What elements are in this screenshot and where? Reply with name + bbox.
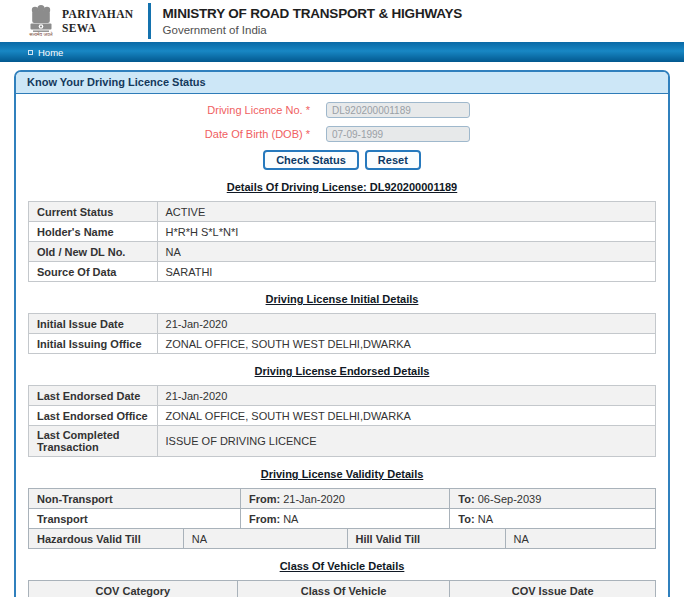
dob-input[interactable] <box>326 126 470 142</box>
validity-extra-table: Hazardous Valid Till NA Hill Valid Till … <box>28 528 656 549</box>
cov-heading: Class Of Vehicle Details <box>16 560 668 572</box>
national-emblem-icon: सत्यमेव जयते <box>28 4 54 38</box>
initial-details-table: Initial Issue Date 21-Jan-2020 Initial I… <box>28 313 656 354</box>
table-row: Last Endorsed Office ZONAL OFFICE, SOUTH… <box>29 406 656 426</box>
table-header-row: COV Category Class Of Vehicle COV Issue … <box>29 581 656 597</box>
table-row: Initial Issue Date 21-Jan-2020 <box>29 314 656 334</box>
table-row: Current Status ACTIVE <box>29 202 656 222</box>
endorsed-details-heading: Driving License Endorsed Details <box>16 365 668 377</box>
dl-status-panel: Know Your Driving Licence Status Driving… <box>14 70 670 597</box>
table-row: Source Of Data SARATHI <box>29 262 656 282</box>
ministry-title: MINISTRY OF ROAD TRANSPORT & HIGHWAYS <box>163 6 463 21</box>
table-row: Hazardous Valid Till NA Hill Valid Till … <box>29 529 656 549</box>
site-header: सत्यमेव जयते PARIVAHAN SEWA MINISTRY OF … <box>0 0 684 42</box>
table-row: Non-Transport From: 21-Jan-2020 To: 06-S… <box>29 489 656 509</box>
reset-button[interactable]: Reset <box>365 150 421 170</box>
table-row: Last Completed Transaction ISSUE OF DRIV… <box>29 426 656 457</box>
panel-title: Know Your Driving Licence Status <box>16 72 668 94</box>
home-square-icon <box>28 50 33 55</box>
dl-number-input[interactable] <box>326 102 470 118</box>
check-status-button[interactable]: Check Status <box>263 150 359 170</box>
logo-text: PARIVAHAN SEWA <box>62 7 134 36</box>
table-row: Transport From: NA To: NA <box>29 509 656 529</box>
motto-text: सत्यमेव जयते <box>28 32 54 37</box>
parivahan-logo: सत्यमेव जयते PARIVAHAN SEWA <box>0 4 134 38</box>
table-row: Old / New DL No. NA <box>29 242 656 262</box>
cov-table: COV Category Class Of Vehicle COV Issue … <box>28 580 656 597</box>
validity-details-heading: Driving License Validity Details <box>16 468 668 480</box>
header-divider <box>148 3 151 39</box>
table-row: Last Endorsed Date 21-Jan-2020 <box>29 386 656 406</box>
government-subtitle: Government of India <box>163 24 463 36</box>
details-heading: Details Of Driving License: DL9202000011… <box>16 181 668 193</box>
table-row: Initial Issuing Office ZONAL OFFICE, SOU… <box>29 334 656 354</box>
endorsed-details-table: Last Endorsed Date 21-Jan-2020 Last Endo… <box>28 385 656 457</box>
dob-label: Date Of Birth (DOB) * <box>16 128 326 140</box>
initial-details-heading: Driving License Initial Details <box>16 293 668 305</box>
main-navbar: Home <box>0 42 684 62</box>
dl-number-label: Driving Licence No. * <box>16 104 326 116</box>
nav-home-label: Home <box>38 47 63 58</box>
validity-details-table: Non-Transport From: 21-Jan-2020 To: 06-S… <box>28 488 656 529</box>
license-details-table: Current Status ACTIVE Holder's Name H*R*… <box>28 201 656 282</box>
nav-home-link[interactable]: Home <box>28 47 63 58</box>
table-row: Holder's Name H*R*H S*L*N*I <box>29 222 656 242</box>
